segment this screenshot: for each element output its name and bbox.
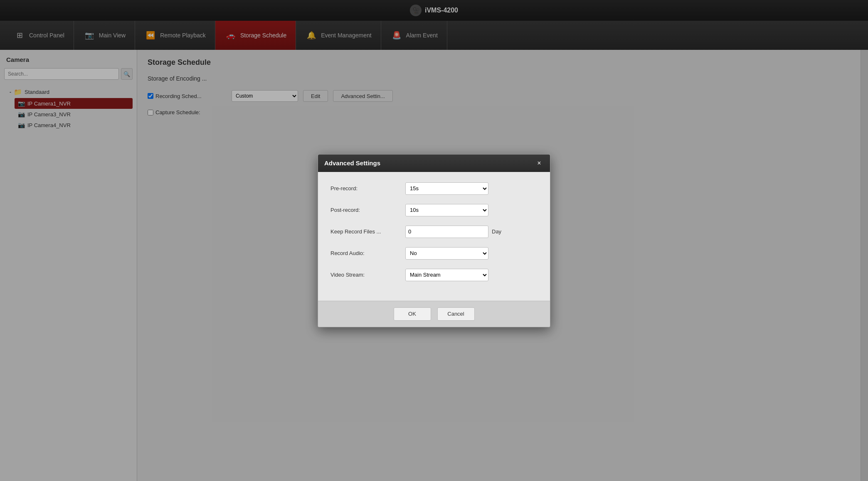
video-stream-label: Video Stream: bbox=[330, 272, 405, 278]
keep-record-unit: Day bbox=[492, 228, 501, 235]
modal-title: Advanced Settings bbox=[324, 160, 380, 167]
keep-record-field: Keep Record Files ... Day bbox=[330, 226, 538, 238]
video-stream-control: Main Stream Sub Stream bbox=[405, 269, 538, 281]
record-audio-select[interactable]: Yes No bbox=[405, 247, 488, 260]
advanced-settings-modal: Advanced Settings × Pre-record: No Pre-r… bbox=[318, 154, 550, 327]
keep-record-label: Keep Record Files ... bbox=[330, 228, 405, 235]
cancel-button[interactable]: Cancel bbox=[437, 307, 475, 321]
ok-button[interactable]: OK bbox=[394, 307, 431, 321]
modal-body: Pre-record: No Pre-record 5s 10s 15s 20s… bbox=[318, 172, 550, 301]
pre-record-label: Pre-record: bbox=[330, 185, 405, 191]
record-audio-field: Record Audio: Yes No bbox=[330, 247, 538, 260]
keep-record-control: Day bbox=[405, 226, 538, 238]
video-stream-field: Video Stream: Main Stream Sub Stream bbox=[330, 269, 538, 281]
pre-record-control: No Pre-record 5s 10s 15s 20s 25s 30s bbox=[405, 182, 538, 195]
modal-header: Advanced Settings × bbox=[318, 155, 550, 172]
post-record-label: Post-record: bbox=[330, 207, 405, 213]
pre-record-select[interactable]: No Pre-record 5s 10s 15s 20s 25s 30s bbox=[405, 182, 488, 195]
video-stream-select[interactable]: Main Stream Sub Stream bbox=[405, 269, 488, 281]
post-record-control: No Post-record 5s 10s 15s 20s 25s 30s bbox=[405, 204, 538, 216]
record-audio-control: Yes No bbox=[405, 247, 538, 260]
keep-record-input[interactable] bbox=[405, 226, 488, 238]
modal-overlay: Advanced Settings × Pre-record: No Pre-r… bbox=[0, 0, 868, 481]
pre-record-field: Pre-record: No Pre-record 5s 10s 15s 20s… bbox=[330, 182, 538, 195]
modal-footer: OK Cancel bbox=[318, 301, 550, 327]
record-audio-label: Record Audio: bbox=[330, 250, 405, 256]
post-record-select[interactable]: No Post-record 5s 10s 15s 20s 25s 30s bbox=[405, 204, 488, 216]
modal-close-button[interactable]: × bbox=[535, 159, 544, 168]
post-record-field: Post-record: No Post-record 5s 10s 15s 2… bbox=[330, 204, 538, 216]
